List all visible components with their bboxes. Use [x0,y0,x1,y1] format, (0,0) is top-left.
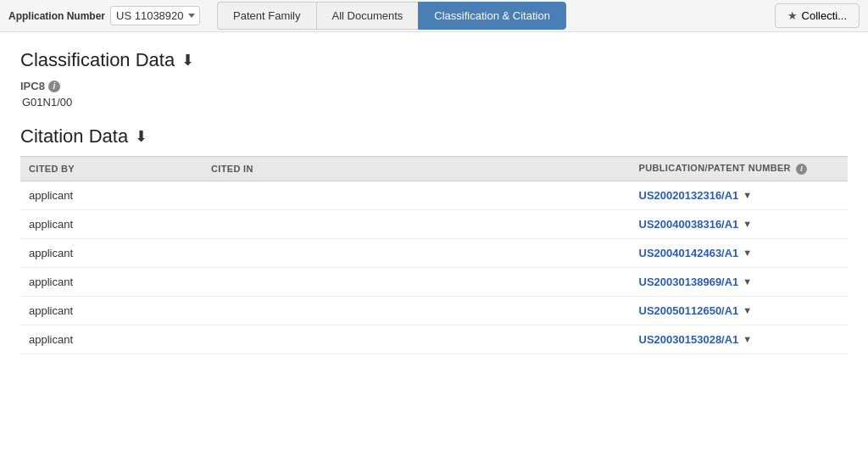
cited-in-cell [203,209,630,238]
app-number-select[interactable]: US 11038920 [110,6,200,25]
tab-classification-citation[interactable]: Classification & Citation [418,2,566,30]
cited-in-cell [203,325,630,354]
dropdown-arrow-icon[interactable]: ▼ [743,334,752,344]
pub-link[interactable]: US20040142463/A1 [639,247,739,259]
dropdown-arrow-icon[interactable]: ▼ [743,276,752,287]
cited-by-cell: applicant [20,267,203,296]
table-row: applicant US20040142463/A1 ▼ [20,238,848,267]
ipc-info-icon[interactable]: i [48,81,60,92]
cited-by-cell: applicant [20,325,203,354]
cited-by-cell: applicant [20,238,203,267]
table-row: applicant US20040038316/A1 ▼ [20,209,848,238]
classification-download-icon[interactable]: ⬇ [181,51,194,70]
table-header-row: CITED BY CITED IN PUBLICATION/PATENT NUM… [20,157,848,181]
pub-link[interactable]: US20030153028/A1 [639,333,739,346]
col-header-cited-by: CITED BY [20,157,203,181]
tab-all-documents[interactable]: All Documents [316,2,419,30]
collection-label: Collecti... [802,9,847,22]
classification-title: Classification Data ⬇ [20,49,848,71]
cited-by-cell: applicant [20,209,203,238]
cited-by-cell: applicant [20,296,203,325]
citation-download-icon[interactable]: ⬇ [135,127,147,146]
collection-button[interactable]: ★ Collecti... [775,3,860,28]
tab-patent-family[interactable]: Patent Family [217,2,315,30]
pub-cell: US20020132316/A1 ▼ [631,181,848,209]
star-icon: ★ [787,9,798,22]
ipc-value: G01N1/00 [22,96,848,109]
ipc-label: IPC8 i [20,80,848,92]
citation-section: Citation Data ⬇ CITED BY CITED IN PUBLIC… [20,125,848,354]
cited-in-cell [203,296,630,325]
dropdown-arrow-icon[interactable]: ▼ [743,190,752,200]
cited-in-cell [203,181,630,209]
pub-cell: US20030153028/A1 ▼ [631,325,848,354]
citation-title: Citation Data ⬇ [20,125,848,148]
cited-in-cell [203,238,630,267]
tab-group: Patent Family All Documents Classificati… [217,2,566,30]
pub-cell: US20040038316/A1 ▼ [631,209,848,238]
pub-cell: US20050112650/A1 ▼ [631,296,848,325]
table-row: applicant US20030138969/A1 ▼ [20,267,848,296]
app-number-label: Application Number [8,10,105,22]
pub-cell: US20040142463/A1 ▼ [631,238,848,267]
table-row: applicant US20020132316/A1 ▼ [20,181,848,209]
dropdown-arrow-icon[interactable]: ▼ [743,305,752,315]
pub-col-info-icon[interactable]: i [796,164,807,175]
classification-section: Classification Data ⬇ IPC8 i G01N1/00 [20,49,848,109]
dropdown-arrow-icon[interactable]: ▼ [743,219,752,229]
pub-cell: US20030138969/A1 ▼ [631,267,848,296]
cited-by-cell: applicant [20,181,203,209]
col-header-cited-in: CITED IN [203,157,630,181]
main-content: Classification Data ⬇ IPC8 i G01N1/00 Ci… [0,32,868,371]
pub-link[interactable]: US20050112650/A1 [639,304,739,317]
dropdown-arrow-icon[interactable]: ▼ [743,248,752,258]
citation-table: CITED BY CITED IN PUBLICATION/PATENT NUM… [20,156,848,354]
table-row: applicant US20030153028/A1 ▼ [20,325,848,354]
cited-in-cell [203,267,630,296]
pub-link[interactable]: US20040038316/A1 [639,218,739,231]
table-row: applicant US20050112650/A1 ▼ [20,296,848,325]
toolbar: Application Number US 11038920 Patent Fa… [0,0,868,32]
col-header-pub: PUBLICATION/PATENT NUMBER i [631,157,848,181]
pub-link[interactable]: US20020132316/A1 [639,189,739,202]
pub-link[interactable]: US20030138969/A1 [639,276,739,288]
